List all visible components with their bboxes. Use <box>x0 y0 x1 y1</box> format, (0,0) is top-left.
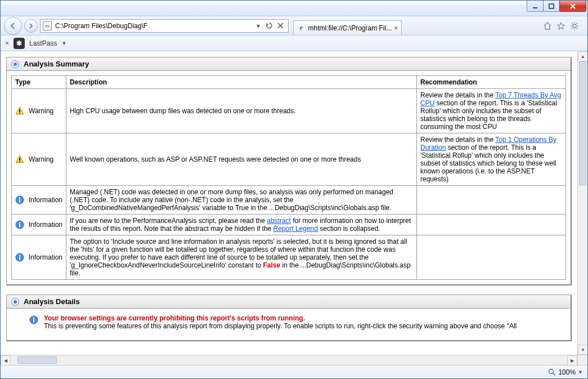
svg-point-6 <box>573 24 576 28</box>
zoom-dropdown-icon[interactable]: ▼ <box>578 369 583 375</box>
svg-line-14 <box>577 23 578 24</box>
svg-point-16 <box>19 113 20 114</box>
analysis-details-panel: Analysis Details Your browser settings a… <box>6 295 572 341</box>
page-viewport: Analysis Summary Type Description Recomm… <box>1 51 587 365</box>
svg-point-20 <box>19 197 20 198</box>
false-keyword: False <box>263 261 281 269</box>
address-input[interactable] <box>54 21 253 30</box>
rec-cell <box>417 186 566 215</box>
scroll-left-icon[interactable]: ◀ <box>1 355 11 365</box>
table-row: Information Managed (.NET) code was dete… <box>12 186 566 215</box>
summary-table: Type Description Recommendation <box>11 75 566 280</box>
minimize-button[interactable] <box>527 1 544 12</box>
table-row: Information The option to 'Include sourc… <box>12 235 566 280</box>
command-icons <box>538 21 584 31</box>
svg-rect-1 <box>549 4 554 8</box>
toolbar-close-icon[interactable]: × <box>5 39 9 47</box>
lastpass-toolbar: × ✱ LastPass ▼ <box>1 35 587 51</box>
desc-cell: Well known operations, such as ASP or AS… <box>66 133 417 186</box>
col-recommendation: Recommendation <box>417 76 566 89</box>
browser-tab[interactable]: e mhtml:file://C:\Program Fil... × <box>293 20 402 35</box>
panel-title: Analysis Summary <box>24 60 89 68</box>
scroll-up-icon[interactable]: ▲ <box>578 51 587 61</box>
navigation-toolbar: ▭ ▾ e mhtml:file://C:\Program Fil... × <box>1 16 587 35</box>
svg-line-13 <box>572 28 573 29</box>
desc-cell: High CPU usage between dump files was de… <box>66 89 417 133</box>
stop-icon[interactable] <box>276 21 286 31</box>
script-blocked-headline: Your browser settings are currently proh… <box>44 314 517 322</box>
warning-icon <box>15 106 24 115</box>
rec-cell <box>417 215 566 235</box>
lastpass-label[interactable]: LastPass <box>29 39 57 47</box>
ie-icon: e <box>297 24 306 33</box>
svg-rect-30 <box>33 319 34 323</box>
info-icon <box>15 220 24 229</box>
address-dropdown-icon[interactable]: ▾ <box>253 21 263 31</box>
scroll-right-icon[interactable]: ▶ <box>567 355 577 365</box>
lastpass-dropdown-icon[interactable]: ▼ <box>61 41 66 46</box>
tools-icon[interactable] <box>569 21 580 31</box>
panel-header[interactable]: Analysis Details <box>7 295 571 309</box>
section-toggle-icon[interactable] <box>11 298 19 306</box>
warning-icon <box>15 155 24 164</box>
close-button[interactable] <box>559 1 586 12</box>
page-icon: ▭ <box>43 21 52 30</box>
col-description: Description <box>66 76 417 89</box>
panel-header[interactable]: Analysis Summary <box>7 57 571 71</box>
vertical-scrollbar[interactable]: ▲ ▼ <box>577 51 587 355</box>
lastpass-icon[interactable]: ✱ <box>14 38 25 49</box>
svg-line-12 <box>577 28 578 29</box>
svg-rect-24 <box>19 224 20 228</box>
scroll-corner <box>577 355 587 365</box>
type-label: Warning <box>29 107 53 115</box>
maximize-button[interactable] <box>543 1 560 12</box>
browser-window: ▭ ▾ e mhtml:file://C:\Program Fil... × <box>0 0 588 379</box>
svg-point-31 <box>549 369 554 373</box>
info-icon <box>29 315 38 324</box>
panel-title: Analysis Details <box>24 297 80 306</box>
back-button[interactable] <box>4 17 22 35</box>
details-message: Your browser settings are currently proh… <box>44 314 517 330</box>
tab-title: mhtml:file://C:\Program Fil... <box>308 24 392 32</box>
scroll-track[interactable] <box>578 61 587 345</box>
section-toggle-icon[interactable] <box>11 60 19 68</box>
abstract-link[interactable]: abstract <box>267 217 291 225</box>
zoom-icon[interactable] <box>548 368 556 376</box>
rec-cell: Review the details in the Top 7 Threads … <box>417 89 566 133</box>
script-blocked-body: This is preventing some features of this… <box>44 322 517 330</box>
table-row: Warning Well known operations, such as A… <box>12 133 566 186</box>
page-content: Analysis Summary Type Description Recomm… <box>1 51 577 355</box>
svg-point-29 <box>33 317 34 318</box>
tab-close-icon[interactable]: × <box>394 24 398 32</box>
svg-rect-21 <box>19 199 20 203</box>
favorites-icon[interactable] <box>556 21 566 31</box>
desc-cell: Managed (.NET) code was detected in one … <box>66 186 417 215</box>
home-icon[interactable] <box>542 21 553 31</box>
scroll-down-icon[interactable]: ▼ <box>578 345 587 355</box>
info-icon <box>15 195 24 204</box>
desc-cell: The option to 'Include source and line i… <box>66 235 417 280</box>
type-label: Information <box>29 221 62 229</box>
window-titlebar <box>1 1 587 16</box>
address-bar[interactable]: ▭ ▾ <box>40 19 289 33</box>
type-label: Information <box>29 253 62 261</box>
refresh-icon[interactable] <box>264 21 275 31</box>
svg-point-18 <box>19 161 20 162</box>
tab-strip: e mhtml:file://C:\Program Fil... × <box>293 16 536 35</box>
type-label: Information <box>29 196 62 204</box>
svg-line-32 <box>553 373 555 375</box>
status-bar: 100% ▼ <box>1 365 587 378</box>
rec-cell <box>417 235 566 280</box>
svg-point-23 <box>19 222 20 223</box>
zoom-level[interactable]: 100% <box>558 368 576 376</box>
table-row: Warning High CPU usage between dump file… <box>12 89 566 133</box>
svg-rect-27 <box>19 257 20 260</box>
scroll-thumb[interactable] <box>579 61 586 185</box>
report-legend-link[interactable]: Report Legend <box>273 225 318 233</box>
svg-point-26 <box>19 255 20 256</box>
info-icon <box>15 253 24 262</box>
scroll-track[interactable] <box>11 355 567 365</box>
forward-button[interactable] <box>24 19 38 33</box>
horizontal-scrollbar[interactable]: ◀ ▶ <box>1 355 577 365</box>
scroll-thumb[interactable] <box>17 356 57 364</box>
